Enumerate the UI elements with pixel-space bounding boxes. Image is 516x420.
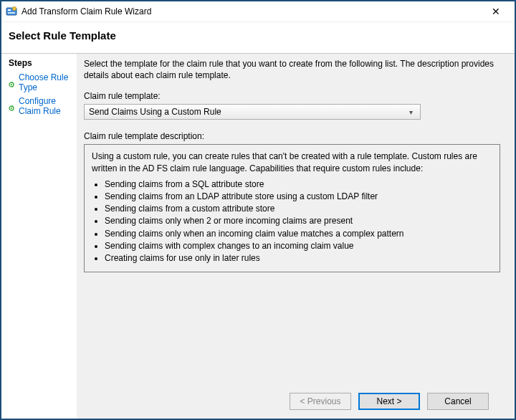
selected-option-text: Send Claims Using a Custom Rule [89, 107, 406, 117]
wizard-header: Select Rule Template [1, 22, 515, 53]
step-configure-claim-rule[interactable]: Configure Claim Rule [9, 96, 70, 116]
next-button[interactable]: Next > [358, 393, 420, 410]
claim-rule-template-select[interactable]: Send Claims Using a Custom Rule ▾ [84, 104, 421, 120]
description-bullet: Sending claims with complex changes to a… [105, 240, 492, 252]
steps-heading: Steps [9, 58, 70, 68]
content-area: Steps Choose Rule Type Configure Claim R… [1, 54, 515, 419]
app-icon [6, 6, 17, 17]
titlebar: Add Transform Claim Rule Wizard ✕ [1, 1, 515, 22]
svg-point-3 [13, 7, 16, 11]
step-label: Choose Rule Type [19, 72, 70, 92]
instruction-text: Select the template for the claim rule t… [84, 58, 500, 81]
window-title: Add Transform Claim Rule Wizard [22, 6, 482, 16]
previous-button: < Previous [290, 393, 351, 410]
step-bullet-icon [9, 80, 14, 85]
step-bullet-icon [9, 103, 14, 109]
close-button[interactable]: ✕ [482, 1, 510, 22]
page-title: Select Rule Template [9, 29, 507, 42]
spacer [84, 272, 500, 384]
svg-rect-2 [8, 12, 15, 14]
cancel-button[interactable]: Cancel [427, 393, 489, 410]
description-bullet: Sending claims only when an incoming cla… [105, 228, 492, 239]
steps-sidebar: Steps Choose Rule Type Configure Claim R… [1, 54, 77, 419]
description-bullet: Creating claims for use only in later ru… [105, 252, 492, 264]
step-choose-rule-type[interactable]: Choose Rule Type [9, 72, 70, 92]
main-panel: Select the template for the claim rule t… [77, 54, 515, 419]
description-box: Using a custom rule, you can create rule… [84, 144, 500, 272]
wizard-window: Add Transform Claim Rule Wizard ✕ Select… [0, 0, 516, 420]
description-bullet: Sending claims from an LDAP attribute st… [105, 191, 492, 202]
description-bullet: Sending claims only when 2 or more incom… [105, 215, 492, 226]
template-label: Claim rule template: [84, 91, 500, 101]
description-label: Claim rule template description: [84, 131, 500, 141]
svg-point-7 [11, 108, 12, 109]
description-list: Sending claims from a SQL attribute stor… [92, 178, 492, 264]
svg-point-5 [11, 84, 12, 85]
button-bar: < Previous Next > Cancel [84, 384, 500, 419]
description-bullet: Sending claims from a SQL attribute stor… [105, 178, 492, 190]
description-intro: Using a custom rule, you can create rule… [92, 151, 492, 173]
chevron-down-icon: ▾ [406, 108, 417, 116]
step-label: Configure Claim Rule [19, 96, 70, 116]
svg-rect-1 [8, 9, 11, 11]
description-bullet: Sending claims from a custom attribute s… [105, 203, 492, 214]
